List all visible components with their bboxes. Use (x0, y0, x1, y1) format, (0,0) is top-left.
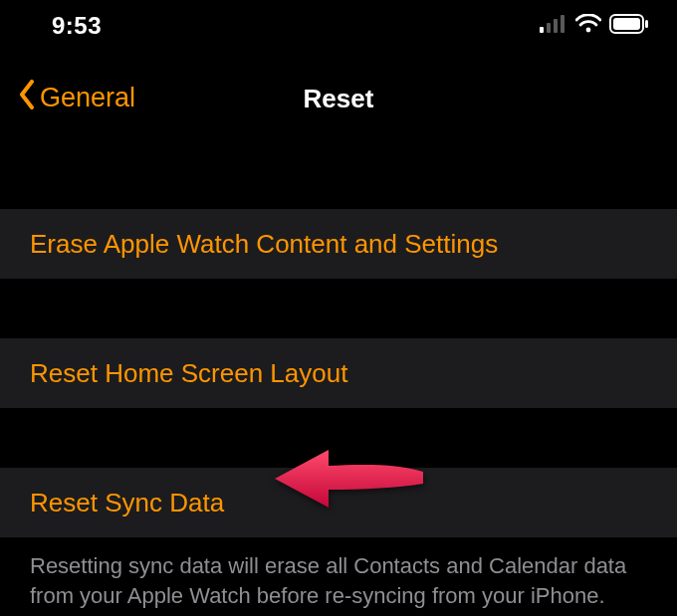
status-indicators (540, 14, 649, 38)
section-spacer (0, 279, 677, 338)
svg-point-4 (586, 28, 591, 33)
svg-rect-1 (547, 23, 551, 33)
row-label: Reset Home Screen Layout (30, 358, 347, 389)
status-time: 9:53 (52, 12, 102, 40)
wifi-icon (575, 14, 601, 38)
cellular-icon (540, 15, 567, 37)
svg-rect-0 (540, 27, 544, 33)
battery-icon (609, 14, 649, 38)
reset-home-layout-button[interactable]: Reset Home Screen Layout (0, 338, 677, 408)
svg-rect-2 (554, 19, 558, 33)
section-spacer (0, 408, 677, 468)
row-label: Reset Sync Data (30, 488, 224, 518)
chevron-left-icon (18, 80, 36, 116)
svg-rect-3 (561, 15, 564, 33)
back-label: General (40, 83, 135, 113)
reset-sync-data-button[interactable]: Reset Sync Data (0, 468, 677, 537)
navigation-bar: General Reset (0, 52, 677, 143)
erase-watch-button[interactable]: Erase Apple Watch Content and Settings (0, 209, 677, 279)
section-spacer (0, 143, 677, 209)
back-button[interactable]: General (18, 80, 135, 116)
page-title: Reset (304, 84, 374, 114)
svg-rect-7 (645, 20, 648, 28)
row-label: Erase Apple Watch Content and Settings (30, 229, 498, 260)
svg-rect-6 (613, 18, 640, 30)
footer-description: Resetting sync data will erase all Conta… (0, 537, 677, 610)
status-bar: 9:53 (0, 0, 677, 52)
